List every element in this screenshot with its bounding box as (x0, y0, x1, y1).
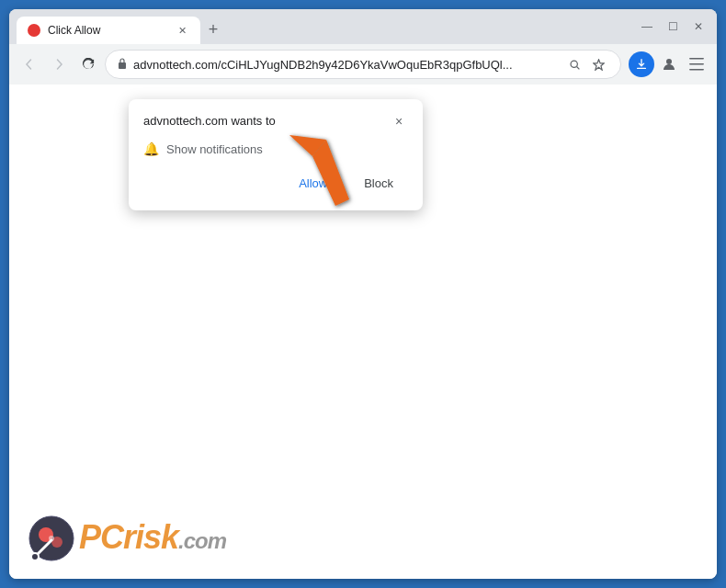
download-indicator[interactable] (629, 51, 654, 77)
svg-point-15 (31, 553, 39, 560)
popup-header: advnottech.com wants to × (143, 114, 408, 130)
popup-close-button[interactable]: × (390, 112, 408, 130)
notification-label: Show notifications (166, 142, 263, 156)
tab-favicon (28, 24, 40, 37)
popup-buttons: Allow Block (143, 171, 408, 196)
browser-tab[interactable]: Click Allow ✕ (17, 17, 200, 44)
title-bar: Click Allow ✕ + — ☐ ✕ (9, 9, 717, 44)
address-bar[interactable]: advnottech.com/cCiHLJYugNDB2h9y42D6YkaVw… (105, 50, 621, 79)
forward-button[interactable] (46, 51, 72, 77)
pcrisk-logo: PCrisk.com (28, 514, 226, 560)
risk-text: risk (123, 518, 178, 556)
pc-text: PC (79, 518, 123, 556)
maximize-button[interactable]: ☐ (662, 16, 684, 38)
address-actions (563, 53, 609, 75)
lock-icon (117, 57, 128, 73)
browser-window: Click Allow ✕ + — ☐ ✕ (9, 9, 717, 579)
svg-point-1 (571, 61, 577, 67)
reload-button[interactable] (75, 51, 101, 77)
svg-rect-0 (119, 62, 126, 69)
svg-marker-3 (593, 59, 603, 69)
new-tab-button[interactable]: + (200, 17, 226, 42)
content-area: advnottech.com wants to × 🔔 Show notific… (9, 85, 717, 579)
watermark: PCrisk.com (28, 514, 226, 560)
popup-notification-row: 🔔 Show notifications (143, 141, 408, 156)
close-button[interactable]: ✕ (687, 16, 709, 38)
profile-button[interactable] (656, 51, 682, 77)
bookmark-icon-btn[interactable] (587, 53, 609, 75)
domain-text: .com (178, 528, 226, 553)
menu-button[interactable] (684, 51, 709, 77)
back-button[interactable] (17, 51, 42, 77)
svg-line-2 (576, 66, 579, 69)
svg-rect-5 (689, 58, 704, 60)
tab-close-button[interactable]: ✕ (175, 23, 189, 38)
svg-point-4 (666, 59, 672, 64)
orange-arrow (285, 130, 358, 217)
tab-area: Click Allow ✕ + (17, 9, 625, 44)
svg-rect-7 (689, 69, 704, 71)
tab-title: Click Allow (48, 24, 167, 37)
logo-text: PCrisk.com (79, 518, 226, 557)
notification-popup: advnottech.com wants to × 🔔 Show notific… (129, 99, 423, 210)
nav-bar: advnottech.com/cCiHLJYugNDB2h9y42D6YkaVw… (9, 44, 717, 85)
bell-icon: 🔔 (143, 141, 159, 156)
url-text: advnottech.com/cCiHLJYugNDB2h9y42D6YkaVw… (133, 58, 558, 72)
svg-marker-9 (312, 140, 349, 206)
search-icon-btn[interactable] (563, 53, 585, 75)
minimize-button[interactable]: — (636, 16, 658, 38)
popup-title: advnottech.com wants to (143, 114, 276, 128)
window-controls: — ☐ ✕ (636, 16, 709, 38)
logo-icon (28, 514, 74, 560)
toolbar-icons (629, 51, 709, 77)
svg-rect-6 (689, 63, 704, 65)
